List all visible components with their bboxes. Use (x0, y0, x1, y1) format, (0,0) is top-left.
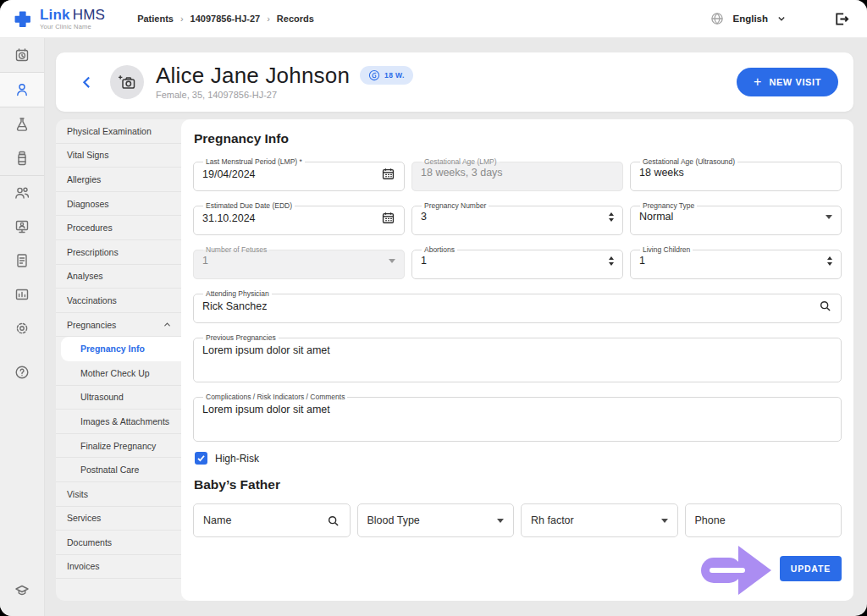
pregnancy-number-value: 3 (421, 211, 427, 223)
patient-identity: Alice Jane Johnson 18 W. Female, 35, 140… (156, 64, 413, 100)
attending-physician-field[interactable]: Attending Physician Rick Sanchez (193, 289, 842, 323)
lmp-field[interactable]: Last Menstrual Period (LMP) * 19/04/2024 (193, 157, 405, 191)
complications-label: Complications / Risk Indicators / Commen… (203, 393, 347, 401)
nav-item-diagnoses[interactable]: Diagnoses (56, 192, 181, 217)
nav-item-ultrasound[interactable]: Ultrasound (56, 386, 181, 410)
pregnancy-type-label: Pregnancy Type (640, 201, 697, 210)
nav-item-label: Pregnancy Info (80, 344, 145, 354)
new-visit-button[interactable]: + NEW VISIT (737, 68, 838, 96)
brand-hms: HMS (73, 7, 105, 23)
reports-icon[interactable] (0, 278, 44, 311)
living-children-value: 1 (639, 255, 645, 267)
nav-item-allergies[interactable]: Allergies (56, 168, 181, 192)
nav-item-pregnancies[interactable]: Pregnancies (56, 313, 181, 338)
update-button[interactable]: UPDATE (780, 556, 842, 581)
clinic-cross-icon (12, 8, 33, 30)
father-blood-type-field[interactable]: Blood Type (357, 503, 515, 537)
app-logo[interactable]: LinkHMS Your Clinic Name (12, 8, 105, 30)
pregnancy-number-field[interactable]: Pregnancy Number 3 (411, 201, 623, 235)
dropdown-caret-icon (389, 259, 395, 263)
brand-tagline: Your Clinic Name (40, 24, 105, 30)
help-icon[interactable] (0, 355, 44, 389)
back-button[interactable] (80, 74, 95, 90)
nav-item-label: Ultrasound (80, 392, 124, 402)
nav-item-label: Analyses (67, 271, 103, 281)
nav-item-procedures[interactable]: Procedures (56, 216, 181, 240)
breadcrumb-separator: › (180, 14, 184, 24)
logout-icon[interactable] (832, 10, 850, 28)
high-risk-label: High-Risk (215, 453, 259, 465)
dropdown-caret-icon[interactable] (826, 215, 832, 219)
documents-icon[interactable] (0, 244, 44, 278)
education-icon[interactable] (0, 574, 44, 608)
nav-item-documents[interactable]: Documents (56, 531, 181, 555)
search-icon[interactable] (326, 514, 340, 528)
number-of-fetuses-label: Number of Fetuses (203, 245, 269, 254)
record-content: Physical ExaminationVital SignsAllergies… (56, 119, 853, 601)
icon-rail (0, 38, 45, 616)
number-stepper-icon[interactable] (609, 212, 614, 222)
gestational-age-ultrasound-field[interactable]: Gestational Age (Ultrasound) 18 weeks (630, 157, 842, 191)
living-children-label: Living Children (640, 245, 693, 254)
lmp-value: 19/04/2024 (202, 168, 256, 180)
staff-icon[interactable] (0, 176, 44, 210)
number-stepper-icon[interactable] (827, 256, 832, 266)
nav-item-vital-signs[interactable]: Vital Signs (56, 144, 181, 168)
breadcrumb-separator: › (267, 14, 270, 24)
living-children-field[interactable]: Living Children 1 (630, 245, 842, 279)
nav-item-postnatal-care[interactable]: Postnatal Care (56, 458, 181, 482)
lab-flask-icon[interactable] (0, 107, 44, 141)
attending-physician-value: Rick Sanchez (202, 300, 267, 312)
pregnancy-type-value: Normal (639, 211, 673, 223)
nav-item-pregnancy-info[interactable]: Pregnancy Info (61, 337, 181, 361)
previous-pregnancies-label: Previous Pregnancies (203, 333, 279, 342)
high-risk-checkbox[interactable] (195, 452, 207, 465)
patient-header: Alice Jane Johnson 18 W. Female, 35, 140… (56, 52, 853, 112)
attending-physician-label: Attending Physician (203, 289, 272, 298)
patient-icon[interactable] (0, 73, 44, 107)
nav-item-prescriptions[interactable]: Prescriptions (56, 240, 181, 265)
calendar-schedule-icon[interactable] (0, 38, 44, 72)
father-phone-field[interactable]: Phone (685, 503, 842, 537)
brand-link: Link (40, 7, 70, 23)
calendar-icon[interactable] (381, 167, 395, 181)
nav-item-images-attachments[interactable]: Images & Attachments (56, 410, 181, 434)
nav-item-visits[interactable]: Visits (56, 482, 181, 507)
nav-item-services[interactable]: Services (56, 507, 181, 531)
breadcrumb-records[interactable]: Records (277, 14, 314, 24)
breadcrumb-patient-id[interactable]: 14097856-HJ-27 (191, 14, 261, 24)
workstation-icon[interactable] (0, 210, 44, 244)
language-selector[interactable]: English (732, 14, 768, 24)
nav-item-analyses[interactable]: Analyses (56, 265, 181, 289)
chevron-down-icon[interactable] (776, 13, 787, 25)
abortions-field[interactable]: Abortions 1 (411, 245, 623, 279)
breadcrumb-patients[interactable]: Patients (137, 14, 174, 24)
number-of-fetuses-value: 1 (202, 255, 208, 267)
nav-item-physical-examination[interactable]: Physical Examination (56, 119, 181, 144)
nav-item-finalize-pregnancy[interactable]: Finalize Pregnancy (56, 434, 181, 459)
father-name-field[interactable]: Name (193, 503, 351, 537)
father-name-placeholder: Name (203, 514, 231, 526)
medications-icon[interactable] (0, 141, 44, 175)
complications-field[interactable]: Complications / Risk Indicators / Commen… (193, 393, 842, 442)
father-rh-factor-field[interactable]: Rh factor (521, 503, 678, 537)
nav-item-mother-check-up[interactable]: Mother Check Up (56, 361, 181, 386)
nav-item-label: Documents (67, 537, 112, 547)
nav-item-label: Visits (67, 489, 88, 499)
pregnancy-type-field[interactable]: Pregnancy Type Normal (630, 201, 842, 235)
plus-icon: + (754, 75, 761, 89)
top-right-controls: English (710, 10, 850, 28)
gestational-age-ultrasound-label: Gestational Age (Ultrasound) (640, 157, 737, 166)
gestational-age-lmp-field: Gestational Age (LMP) 18 weeks, 3 days (411, 157, 623, 191)
update-row: UPDATE (193, 551, 842, 593)
edd-field[interactable]: Estimated Due Date (EDD) 31.10.2024 (193, 201, 405, 235)
nav-item-vaccinations[interactable]: Vaccinations (56, 289, 181, 313)
number-stepper-icon[interactable] (609, 256, 614, 266)
settings-icon[interactable] (0, 311, 44, 345)
nav-item-invoices[interactable]: Invoices (56, 555, 181, 580)
previous-pregnancies-field[interactable]: Previous Pregnancies Lorem ipsum dolor s… (193, 333, 842, 382)
form-title: Pregnancy Info (194, 131, 842, 146)
calendar-icon[interactable] (381, 211, 395, 225)
patient-avatar[interactable] (110, 65, 144, 99)
search-icon[interactable] (818, 299, 832, 313)
